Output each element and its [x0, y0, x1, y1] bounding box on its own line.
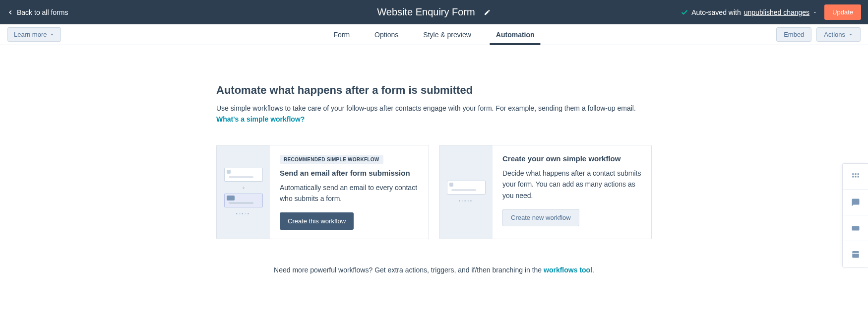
caret-down-icon [50, 32, 55, 37]
cards: ▪▫▪▫▪ RECOMMENDED SIMPLE WORKFLOW Send a… [216, 145, 652, 239]
illust-dots: ▪▫▪▫▪ [236, 211, 250, 216]
content: Automate what happens after a form is su… [0, 45, 868, 274]
dock-calendar-icon[interactable] [843, 241, 868, 267]
card-title: Create your own simple workflow [502, 154, 641, 163]
card-desc: Decide what happens after a contact subm… [502, 168, 641, 201]
caret-down-icon [848, 32, 853, 37]
badge-recommended: RECOMMENDED SIMPLE WORKFLOW [280, 155, 383, 164]
autosave-status[interactable]: Auto-saved with unpublished changes [681, 8, 817, 16]
page-subtext: Use simple workflows to take care of you… [216, 103, 652, 125]
tab-form[interactable]: Form [333, 24, 350, 45]
card-illustration: ▪▫▪▫▪ [439, 145, 493, 239]
tab-automation[interactable]: Automation [496, 24, 535, 45]
card-illustration: ▪▫▪▫▪ [217, 145, 270, 239]
topbar: Back to all forms Website Enquiry Form A… [0, 0, 868, 24]
check-icon [681, 8, 688, 16]
actions-button[interactable]: Actions [816, 27, 861, 42]
illust-box [447, 181, 486, 195]
dock-grid-icon[interactable] [843, 164, 868, 190]
side-dock [842, 163, 868, 267]
footer-text: Need more powerful workflows? Get extra … [216, 266, 652, 274]
back-to-forms-link[interactable]: Back to all forms [7, 8, 68, 16]
svg-rect-8 [852, 251, 859, 258]
autosave-prefix: Auto-saved with [691, 8, 741, 16]
create-this-workflow-button[interactable]: Create this workflow [280, 212, 354, 230]
illust-dots: ▪▫▪▫▪ [459, 199, 473, 203]
arrow-down-icon [242, 186, 246, 190]
card-body: Create your own simple workflow Decide w… [493, 145, 651, 239]
tab-options[interactable]: Options [374, 24, 398, 45]
dock-chat-icon[interactable] [843, 190, 868, 215]
svg-rect-5 [855, 176, 856, 177]
title-wrap: Website Enquiry Form [377, 6, 491, 18]
autosave-changes: unpublished changes [744, 8, 809, 16]
page-heading: Automate what happens after a form is su… [216, 84, 652, 97]
simple-workflow-link[interactable]: What's a simple workflow? [216, 115, 305, 123]
create-new-workflow-button[interactable]: Create new workflow [502, 209, 579, 226]
illust-box [224, 194, 263, 207]
pencil-icon[interactable] [484, 9, 491, 16]
svg-rect-7 [852, 226, 859, 230]
svg-rect-2 [855, 173, 856, 175]
svg-rect-3 [857, 173, 859, 175]
card-custom: ▪▫▪▫▪ Create your own simple workflow De… [439, 145, 652, 239]
embed-button[interactable]: Embed [776, 27, 811, 42]
card-desc: Automatically send an email to every con… [280, 182, 419, 204]
form-title: Website Enquiry Form [377, 6, 475, 18]
dock-card-icon[interactable] [843, 215, 868, 241]
chevron-left-icon [7, 9, 14, 16]
svg-rect-6 [857, 176, 859, 177]
topbar-right: Auto-saved with unpublished changes Upda… [681, 4, 861, 20]
card-recommended: ▪▫▪▫▪ RECOMMENDED SIMPLE WORKFLOW Send a… [216, 145, 429, 239]
subbar: Learn more Form Options Style & preview … [0, 24, 868, 45]
learn-more-button[interactable]: Learn more [7, 27, 61, 42]
card-title: Send an email after form submission [280, 169, 419, 177]
update-button[interactable]: Update [824, 4, 861, 20]
back-label: Back to all forms [17, 8, 68, 16]
tab-style-preview[interactable]: Style & preview [423, 24, 471, 45]
subbar-right: Embed Actions [776, 27, 861, 42]
workflows-tool-link[interactable]: workflows tool [544, 266, 592, 274]
illust-box [224, 168, 263, 182]
card-body: RECOMMENDED SIMPLE WORKFLOW Send an emai… [270, 145, 429, 239]
svg-rect-1 [852, 173, 854, 175]
tabs: Form Options Style & preview Automation [333, 24, 534, 45]
content-inner: Automate what happens after a form is su… [216, 84, 652, 274]
caret-down-icon [812, 10, 817, 15]
svg-rect-4 [852, 176, 854, 177]
